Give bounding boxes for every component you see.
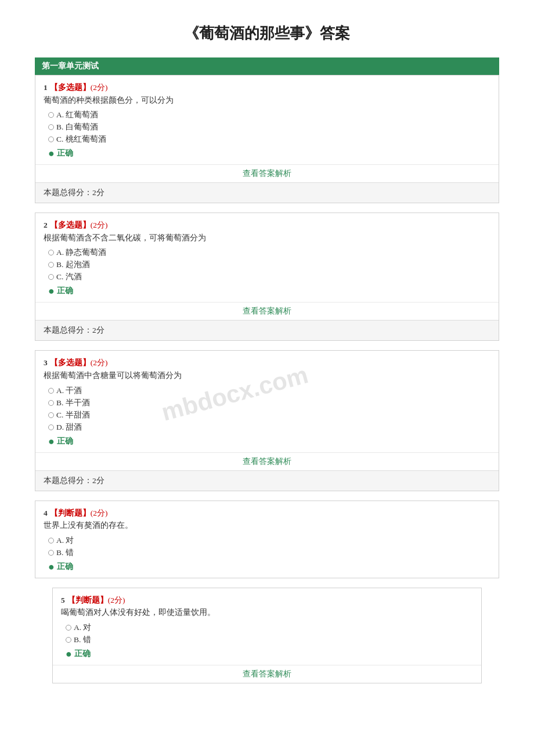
correct-bullet-5: ● [66,649,72,659]
option-text-3-1: B. 半干酒 [56,398,90,408]
question-inner-5: 5【判断题】(2分)喝葡萄酒对人体没有好处，即使适量饮用。 A. 对 B. 错 … [53,588,481,665]
question-num-5: 5 [61,596,65,604]
option-text-1-1: B. 白葡萄酒 [56,122,98,132]
correct-label-1: 正确 [57,148,73,159]
option-dot-1-1 [48,124,54,130]
question-title-5: 5【判断题】(2分)喝葡萄酒对人体没有好处，即使适量饮用。 [61,594,473,619]
option-text-3-2: C. 半甜酒 [56,410,90,420]
question-score-5: (2分) [108,596,125,604]
question-inner-1: 1【多选题】(2分)葡萄酒的种类根据颜色分，可以分为 A. 红葡萄酒 B. 白葡… [35,75,499,164]
option-dot-2-2 [48,274,54,280]
question-type-4: 【判断题】 [50,509,91,517]
correct-label-5: 正确 [74,649,91,659]
question-score-1: (2分) [91,83,108,92]
question-type-5: 【判断题】 [67,596,108,604]
options-list-1: A. 红葡萄酒 B. 白葡萄酒 C. 桃红葡萄酒 [48,110,490,145]
option-1-1: B. 白葡萄酒 [48,122,490,132]
option-dot-3-3 [48,424,54,430]
question-block-3: 3【多选题】(2分)根据葡萄酒中含糖量可以将葡萄酒分为 A. 干酒 B. 半干酒… [35,350,499,491]
correct-label-4: 正确 [57,561,73,572]
correct-mark-2: ● 正确 [48,286,490,296]
page-title: 《葡萄酒的那些事》答案 [35,23,499,44]
question-text-4: 世界上没有獒酒的存在。 [44,521,133,530]
option-text-2-1: B. 起泡酒 [56,260,90,270]
option-5-1: B. 错 [66,635,473,645]
option-3-2: C. 半甜酒 [48,410,490,420]
option-text-4-0: A. 对 [56,535,74,546]
question-num-4: 4 [44,509,48,517]
question-title-3: 3【多选题】(2分)根据葡萄酒中含糖量可以将葡萄酒分为 [44,357,490,381]
option-3-0: A. 干酒 [48,386,490,396]
option-dot-2-1 [48,262,54,268]
option-5-0: A. 对 [66,622,473,633]
option-text-2-0: A. 静态葡萄酒 [56,247,107,258]
option-text-5-1: B. 错 [74,635,91,645]
option-text-1-0: A. 红葡萄酒 [56,110,99,120]
option-dot-3-1 [48,400,54,406]
correct-bullet-4: ● [48,561,55,572]
options-list-4: A. 对 B. 错 [48,535,490,558]
question-text-5: 喝葡萄酒对人体没有好处，即使适量饮用。 [61,608,215,617]
question-inner-3: 3【多选题】(2分)根据葡萄酒中含糖量可以将葡萄酒分为 A. 干酒 B. 半干酒… [35,351,499,452]
option-dot-1-0 [48,112,54,118]
option-dot-3-2 [48,412,54,418]
correct-label-3: 正确 [57,436,73,447]
view-analysis-2[interactable]: 查看答案解析 [35,302,499,320]
correct-bullet-1: ● [48,148,55,159]
score-row-3: 本题总得分：2分 [35,470,499,491]
question-title-4: 4【判断题】(2分)世界上没有獒酒的存在。 [44,507,490,532]
option-2-0: A. 静态葡萄酒 [48,247,490,258]
question-title-2: 2【多选题】(2分)根据葡萄酒含不含二氧化碳，可将葡萄酒分为 [44,219,490,244]
question-text-1: 葡萄酒的种类根据颜色分，可以分为 [44,96,174,105]
question-score-2: (2分) [91,221,108,229]
score-row-2: 本题总得分：2分 [35,320,499,340]
option-dot-3-0 [48,388,54,394]
view-analysis-1[interactable]: 查看答案解析 [35,164,499,182]
question-type-1: 【多选题】 [50,83,91,92]
option-text-3-0: A. 干酒 [56,386,82,396]
option-text-3-3: D. 甜酒 [56,422,82,433]
option-4-1: B. 错 [48,548,490,558]
option-dot-4-0 [48,538,54,543]
option-text-2-2: C. 汽酒 [56,272,82,282]
correct-label-2: 正确 [57,286,73,296]
correct-bullet-2: ● [48,286,55,296]
question-title-1: 1【多选题】(2分)葡萄酒的种类根据颜色分，可以分为 [44,81,490,106]
option-text-5-0: A. 对 [74,622,92,633]
option-dot-5-1 [66,637,71,643]
question-block-1: 1【多选题】(2分)葡萄酒的种类根据颜色分，可以分为 A. 红葡萄酒 B. 白葡… [35,75,499,203]
question-block-5: 5【判断题】(2分)喝葡萄酒对人体没有好处，即使适量饮用。 A. 对 B. 错 … [52,588,482,683]
option-dot-1-2 [48,136,54,142]
options-list-5: A. 对 B. 错 [66,622,473,645]
option-dot-2-0 [48,250,54,255]
correct-mark-5: ● 正确 [66,649,473,659]
question-score-4: (2分) [91,509,108,517]
option-4-0: A. 对 [48,535,490,546]
view-analysis-5[interactable]: 查看答案解析 [53,665,481,683]
question-num-3: 3 [44,358,48,367]
option-3-3: D. 甜酒 [48,422,490,433]
question-text-3: 根据葡萄酒中含糖量可以将葡萄酒分为 [44,371,182,380]
question-score-3: (2分) [91,358,108,367]
option-1-0: A. 红葡萄酒 [48,110,490,120]
option-dot-5-0 [66,625,71,631]
score-row-1: 本题总得分：2分 [35,182,499,203]
option-3-1: B. 半干酒 [48,398,490,408]
question-type-3: 【多选题】 [50,358,91,367]
option-2-2: C. 汽酒 [48,272,490,282]
correct-bullet-3: ● [48,436,55,447]
view-analysis-3[interactable]: 查看答案解析 [35,452,499,470]
question-text-2: 根据葡萄酒含不含二氧化碳，可将葡萄酒分为 [44,233,206,242]
correct-mark-3: ● 正确 [48,436,490,447]
option-2-1: B. 起泡酒 [48,260,490,270]
question-num-1: 1 [44,83,48,92]
question-inner-2: 2【多选题】(2分)根据葡萄酒含不含二氧化碳，可将葡萄酒分为 A. 静态葡萄酒 … [35,213,499,302]
option-dot-4-1 [48,550,54,556]
question-num-2: 2 [44,221,48,229]
question-block-2: 2【多选题】(2分)根据葡萄酒含不含二氧化碳，可将葡萄酒分为 A. 静态葡萄酒 … [35,213,499,341]
option-text-4-1: B. 错 [56,548,74,558]
option-text-1-2: C. 桃红葡萄酒 [56,134,106,145]
options-list-3: A. 干酒 B. 半干酒 C. 半甜酒 D. 甜酒 [48,386,490,433]
correct-mark-4: ● 正确 [48,561,490,572]
correct-mark-1: ● 正确 [48,148,490,159]
